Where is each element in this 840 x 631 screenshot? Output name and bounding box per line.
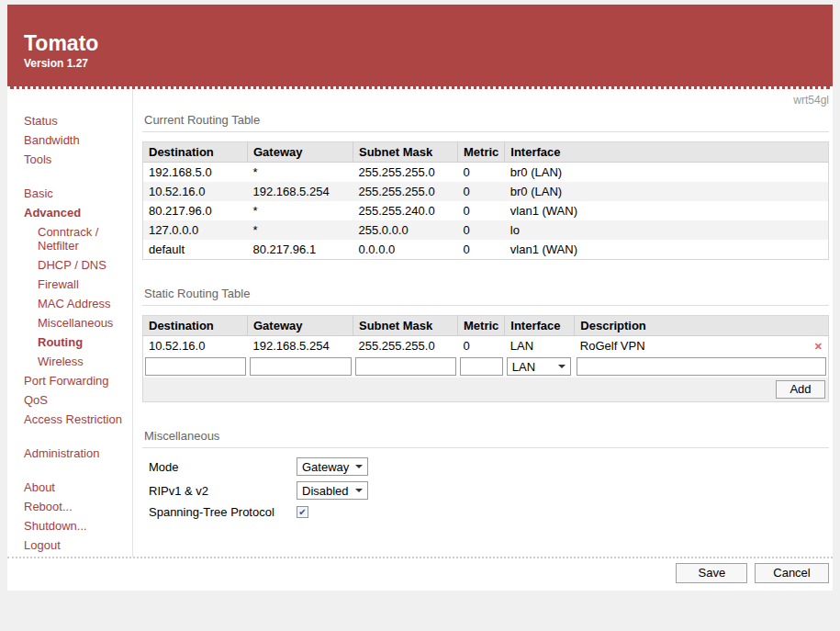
- sidebar-item-administration[interactable]: Administration: [7, 444, 132, 463]
- page-container: Tomato Version 1.27 Status Bandwidth Too…: [7, 5, 833, 591]
- cell-interface: br0 (LAN): [505, 182, 829, 201]
- dropdown-arrow-icon: [558, 365, 566, 368]
- description-input[interactable]: [577, 357, 826, 376]
- sidebar-item-advanced[interactable]: Advanced: [7, 203, 132, 222]
- cell-subnet-mask: 255.0.0.0: [353, 220, 458, 240]
- cell-destination: 10.52.16.0: [143, 182, 248, 201]
- cell-subnet-mask: 0.0.0.0: [353, 240, 458, 260]
- col-header-destination: Destination: [143, 142, 248, 163]
- sidebar-gap: [7, 429, 132, 444]
- main-content: wrt54gl Current Routing Table Destinatio…: [133, 89, 833, 557]
- cell-destination: 80.217.96.0: [143, 201, 248, 220]
- cell-gateway: *: [248, 201, 353, 220]
- cell-gateway: *: [248, 163, 353, 183]
- gateway-input[interactable]: [250, 357, 352, 376]
- section-title-miscellaneous: Miscellaneous: [142, 424, 829, 448]
- mode-select-value: Gateway: [302, 460, 349, 474]
- sidebar-item-routing-active[interactable]: Routing: [7, 332, 132, 352]
- col-header-interface: Interface: [505, 316, 575, 336]
- col-header-description: Description: [575, 316, 807, 336]
- col-header-gateway: Gateway: [248, 142, 353, 163]
- sidebar-item-logout[interactable]: Logout: [7, 535, 132, 555]
- mode-row: Mode Gateway: [142, 457, 829, 476]
- cell-interface: LAN: [505, 336, 575, 356]
- mode-select[interactable]: Gateway: [297, 457, 368, 476]
- cell-metric: 0: [458, 336, 505, 356]
- cell-subnet-mask: 255.255.255.0: [353, 336, 458, 356]
- add-route-button[interactable]: Add: [776, 380, 825, 399]
- sidebar-item-wireless[interactable]: Wireless: [7, 352, 132, 371]
- sidebar-gap: [7, 463, 132, 478]
- col-header-destination: Destination: [143, 316, 248, 336]
- interface-select[interactable]: LAN: [507, 357, 571, 376]
- sidebar-item-miscellaneous[interactable]: Miscellaneous: [7, 313, 132, 332]
- spanning-tree-checkbox[interactable]: ✔: [297, 506, 308, 518]
- destination-input[interactable]: [145, 357, 246, 376]
- router-hostname: wrt54gl: [142, 93, 829, 108]
- subnet-mask-input[interactable]: [355, 357, 456, 376]
- cell-destination: default: [143, 240, 248, 260]
- cell-interface: lo: [505, 220, 829, 240]
- col-header-metric: Metric: [458, 316, 505, 336]
- sidebar-item-tools[interactable]: Tools: [7, 150, 132, 169]
- col-header-gateway: Gateway: [248, 316, 353, 336]
- sidebar-item-basic[interactable]: Basic: [7, 184, 132, 203]
- cell-destination: 127.0.0.0: [143, 220, 248, 240]
- cell-description: RoGelf VPN: [575, 336, 807, 356]
- sidebar-nav: Status Bandwidth Tools Basic Advanced Co…: [7, 89, 133, 557]
- table-footer-row: Add: [143, 377, 829, 402]
- rip-row: RIPv1 & v2 Disabled: [142, 481, 829, 500]
- app-title: Tomato: [24, 32, 833, 54]
- table-header-row: Destination Gateway Subnet Mask Metric I…: [143, 142, 829, 163]
- sidebar-item-mac-address[interactable]: MAC Address: [7, 294, 132, 313]
- cell-metric: 0: [458, 182, 505, 201]
- section-title-static-routing: Static Routing Table: [142, 282, 829, 306]
- sidebar-item-conntrack-netfilter[interactable]: Conntrack / Netfilter: [7, 222, 132, 255]
- rip-label: RIPv1 & v2: [142, 484, 297, 498]
- app-header: Tomato Version 1.27: [7, 5, 833, 89]
- metric-input[interactable]: [460, 357, 503, 376]
- cell-destination: 192.168.5.0: [143, 163, 248, 183]
- rip-select[interactable]: Disabled: [297, 481, 368, 500]
- interface-select-value: LAN: [512, 360, 535, 374]
- cell-gateway: 80.217.96.1: [248, 240, 353, 260]
- col-header-interface: Interface: [505, 142, 829, 163]
- dropdown-arrow-icon: [355, 489, 363, 492]
- sidebar-item-access-restriction[interactable]: Access Restriction: [7, 410, 132, 429]
- cell-metric: 0: [458, 220, 505, 240]
- mode-label: Mode: [142, 460, 297, 474]
- static-routing-table: Destination Gateway Subnet Mask Metric I…: [142, 315, 829, 402]
- sidebar-item-port-forwarding[interactable]: Port Forwarding: [7, 371, 132, 390]
- dropdown-arrow-icon: [355, 465, 363, 468]
- cell-gateway: 192.168.5.254: [248, 182, 353, 201]
- sidebar-item-status[interactable]: Status: [7, 111, 132, 130]
- cancel-button[interactable]: Cancel: [755, 563, 829, 583]
- spanning-tree-label: Spanning-Tree Protocol: [142, 505, 297, 519]
- sidebar-item-dhcp-dns[interactable]: DHCP / DNS: [7, 255, 132, 275]
- cell-metric: 0: [458, 163, 505, 183]
- cell-interface: br0 (LAN): [505, 163, 829, 183]
- cell-delete: ✕: [807, 336, 829, 356]
- table-header-row: Destination Gateway Subnet Mask Metric I…: [143, 316, 829, 336]
- col-header-subnet-mask: Subnet Mask: [353, 142, 458, 163]
- save-button[interactable]: Save: [676, 563, 747, 583]
- sidebar-item-bandwidth[interactable]: Bandwidth: [7, 130, 132, 150]
- app-version: Version 1.27: [24, 57, 833, 70]
- sidebar-item-shutdown[interactable]: Shutdown...: [7, 516, 132, 535]
- static-route-input-row: LAN: [143, 355, 829, 377]
- sidebar-item-qos[interactable]: QoS: [7, 390, 132, 410]
- table-row: default 80.217.96.1 0.0.0.0 0 vlan1 (WAN…: [143, 240, 829, 260]
- col-header-subnet-mask: Subnet Mask: [353, 316, 458, 336]
- sidebar-item-about[interactable]: About: [7, 478, 132, 497]
- table-row: 127.0.0.0 * 255.0.0.0 0 lo: [143, 220, 829, 240]
- cell-metric: 0: [458, 240, 505, 260]
- current-routing-table: Destination Gateway Subnet Mask Metric I…: [142, 141, 829, 260]
- cell-subnet-mask: 255.255.255.0: [353, 163, 458, 183]
- sidebar-item-reboot[interactable]: Reboot...: [7, 497, 132, 516]
- spanning-tree-row: Spanning-Tree Protocol ✔: [142, 505, 829, 519]
- delete-route-icon[interactable]: ✕: [814, 341, 823, 352]
- checkbox-check-icon: ✔: [298, 507, 306, 517]
- cell-gateway: 192.168.5.254: [248, 336, 353, 356]
- rip-select-value: Disabled: [302, 484, 349, 498]
- sidebar-item-firewall[interactable]: Firewall: [7, 275, 132, 294]
